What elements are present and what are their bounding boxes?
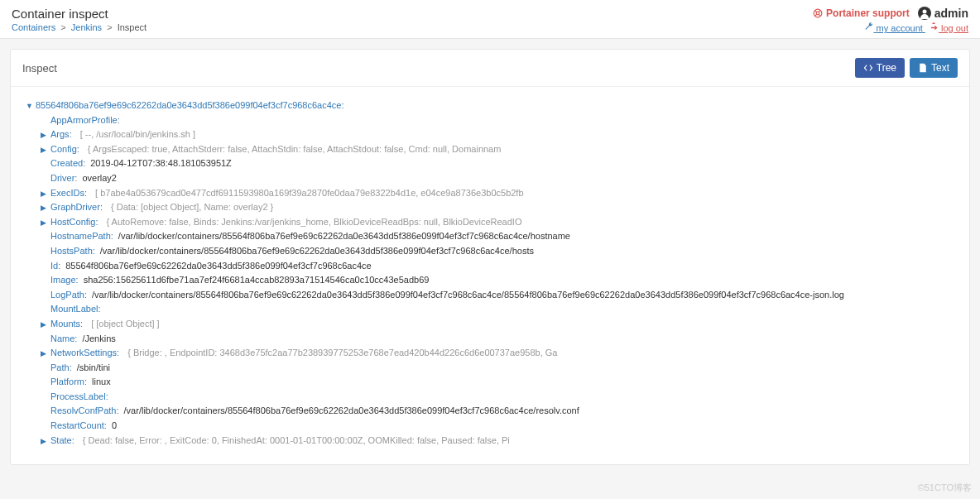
svg-point-0: [814, 9, 822, 17]
toggle-icon[interactable]: ▶: [41, 144, 50, 156]
tree-preview: { Data: [object Object], Name: overlay2 …: [111, 200, 273, 215]
tree-key[interactable]: ResolvConfPath: [50, 404, 119, 419]
tree-key[interactable]: HostConfig: [50, 215, 98, 230]
toggle-icon[interactable]: ▶: [41, 202, 50, 214]
tree-key[interactable]: AppArmorProfile: [50, 113, 120, 128]
logout-icon: [929, 22, 939, 31]
tree-value: /Jenkins: [82, 332, 115, 347]
tree-value: /sbin/tini: [77, 361, 110, 376]
svg-point-1: [816, 12, 819, 15]
toggle-icon[interactable]: ▶: [41, 435, 50, 447]
tree-preview: { Bridge: , EndpointID: 3468d3e75fc2aa77…: [127, 346, 557, 361]
tree-value: /var/lib/docker/containers/85564f806ba76…: [100, 244, 534, 259]
tree-key[interactable]: NetworkSettings: [50, 346, 119, 361]
user-name: admin: [934, 7, 968, 20]
tree-value: sha256:15625611d6fbe71aa7ef24f6681a4ccab…: [84, 273, 430, 288]
tree-key[interactable]: HostnamePath: [50, 229, 113, 244]
tree-value: /var/lib/docker/containers/85564f806ba76…: [124, 404, 579, 419]
user-icon: [918, 7, 931, 20]
tree-key[interactable]: ProcessLabel: [50, 390, 108, 405]
tree-preview: [ --, /usr/local/bin/jenkins.sh ]: [80, 127, 195, 142]
crumb-sep: >: [60, 22, 65, 32]
tree-key[interactable]: Driver: [50, 171, 77, 186]
svg-point-3: [922, 10, 926, 14]
tree-key[interactable]: LogPath: [50, 288, 87, 303]
tree-value: 0: [112, 419, 117, 434]
tree-value: linux: [92, 375, 111, 390]
tree-key[interactable]: Name: [50, 332, 77, 347]
tree-key[interactable]: Config: [50, 142, 79, 157]
crumb-containers[interactable]: Containers: [12, 22, 55, 32]
tree-root-key[interactable]: 85564f806ba76ef9e69c62262da0e3643dd5f386…: [36, 98, 344, 113]
toggle-icon[interactable]: ▶: [41, 319, 50, 330]
logout-link[interactable]: log out: [929, 23, 968, 33]
toggle-icon[interactable]: ▶: [41, 217, 50, 228]
toggle-icon[interactable]: ▶: [41, 348, 50, 359]
tree-value: 2019-04-12T07:38:48.181053951Z: [90, 156, 232, 171]
toggle-icon[interactable]: ▼: [26, 100, 36, 112]
file-icon: [918, 63, 928, 73]
tree-value: /var/lib/docker/containers/85564f806ba76…: [118, 229, 570, 244]
tree-key[interactable]: ExecIDs: [50, 186, 87, 201]
tree-key[interactable]: Id: [50, 259, 60, 274]
tree-value: overlay2: [82, 171, 117, 186]
panel-title: Inspect: [22, 62, 57, 74]
tree-key[interactable]: Args: [50, 127, 72, 142]
tree-preview: { AutoRemove: false, Binds: Jenkins:/var…: [106, 215, 521, 230]
tree-key[interactable]: State: [50, 434, 74, 449]
tree-value: 85564f806ba76ef9e69c62262da0e3643dd5f386…: [65, 259, 371, 274]
support-link[interactable]: Portainer support: [813, 7, 910, 19]
tree-key[interactable]: Path: [50, 361, 72, 376]
tree-key[interactable]: Platform: [50, 375, 87, 390]
lifebuoy-icon: [813, 8, 823, 18]
toggle-icon[interactable]: ▶: [41, 188, 50, 199]
my-account-link[interactable]: my account: [864, 23, 925, 33]
text-view-button[interactable]: Text: [910, 58, 958, 78]
code-icon: [863, 63, 873, 73]
tree-key[interactable]: Image: [50, 273, 79, 288]
tree-key[interactable]: RestartCount: [50, 419, 107, 434]
wrench-icon: [864, 22, 874, 31]
support-label: Portainer support: [826, 7, 910, 19]
breadcrumb: Containers > Jenkins > Inspect: [12, 22, 147, 32]
tree-preview: { ArgsEscaped: true, AttachStderr: false…: [88, 142, 502, 157]
json-tree: ▼85564f806ba76ef9e69c62262da0e3643dd5f38…: [11, 87, 969, 464]
user-badge: admin: [918, 7, 968, 20]
tree-key[interactable]: Created: [50, 156, 85, 171]
tree-view-button[interactable]: Tree: [855, 58, 905, 78]
tree-key[interactable]: GraphDriver: [50, 200, 103, 215]
tree-preview: [ [object Object] ]: [91, 317, 160, 332]
inspect-panel: Inspect Tree Text ▼85564f806ba76ef9e69c6…: [10, 49, 970, 465]
crumb-jenkins[interactable]: Jenkins: [71, 22, 102, 32]
tree-key[interactable]: Mounts: [50, 317, 83, 332]
tree-key[interactable]: MountLabel: [50, 302, 101, 317]
tree-value: /var/lib/docker/containers/85564f806ba76…: [92, 288, 844, 303]
tree-preview: { Dead: false, Error: , ExitCode: 0, Fin…: [83, 434, 510, 449]
crumb-sep: >: [107, 22, 112, 32]
page-title: Container inspect: [12, 7, 147, 21]
crumb-current: Inspect: [118, 22, 147, 32]
toggle-icon[interactable]: ▶: [41, 129, 50, 141]
tree-preview: [ b7abe4a053679cad0e477cdf6911593980a169…: [95, 186, 524, 201]
tree-key[interactable]: HostsPath: [50, 244, 95, 259]
